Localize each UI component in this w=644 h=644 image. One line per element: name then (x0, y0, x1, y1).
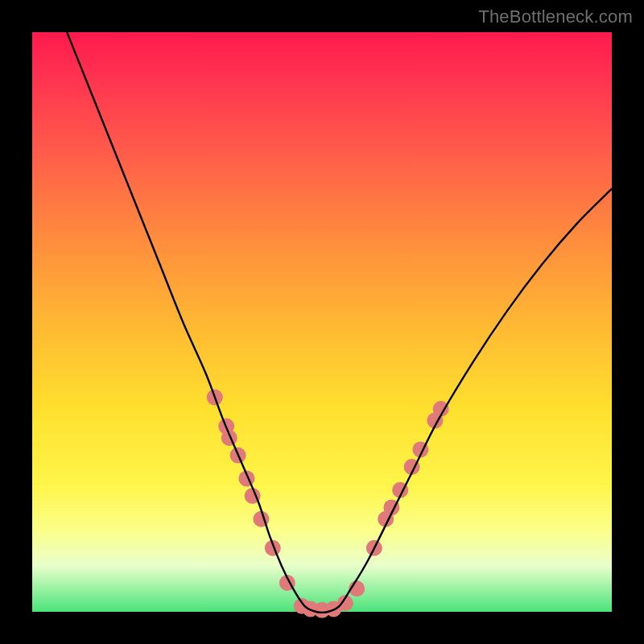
plot-area (32, 32, 612, 612)
marker-group (207, 390, 449, 618)
curve-layer (32, 32, 612, 612)
watermark-text: TheBottleneck.com (478, 6, 633, 27)
chart-frame: TheBottleneck.com (0, 0, 644, 644)
bottleneck-curve (67, 32, 612, 613)
